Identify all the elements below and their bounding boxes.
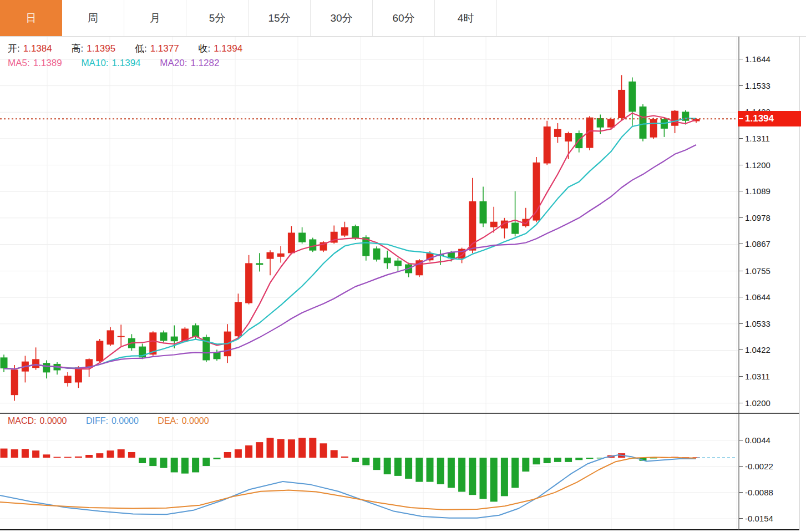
macd-histogram: [1, 438, 700, 501]
dea-line: [0, 457, 696, 509]
tab-week[interactable]: 周: [62, 0, 124, 36]
trading-chart-app: 日 周 月 5分 15分 30分 60分 4时 开:1.1384 高:1.139…: [0, 0, 806, 532]
tab-4hour[interactable]: 4时: [435, 0, 497, 36]
chart-canvas[interactable]: [0, 0, 806, 532]
tab-60min[interactable]: 60分: [373, 0, 435, 36]
timeframe-tabbar: 日 周 月 5分 15分 30分 60分 4时: [0, 0, 806, 37]
diff-line: [0, 455, 696, 518]
tab-30min[interactable]: 30分: [311, 0, 373, 36]
tab-15min[interactable]: 15分: [249, 0, 311, 36]
tab-5min[interactable]: 5分: [186, 0, 249, 36]
tab-month[interactable]: 月: [124, 0, 186, 36]
tab-day[interactable]: 日: [0, 0, 62, 36]
